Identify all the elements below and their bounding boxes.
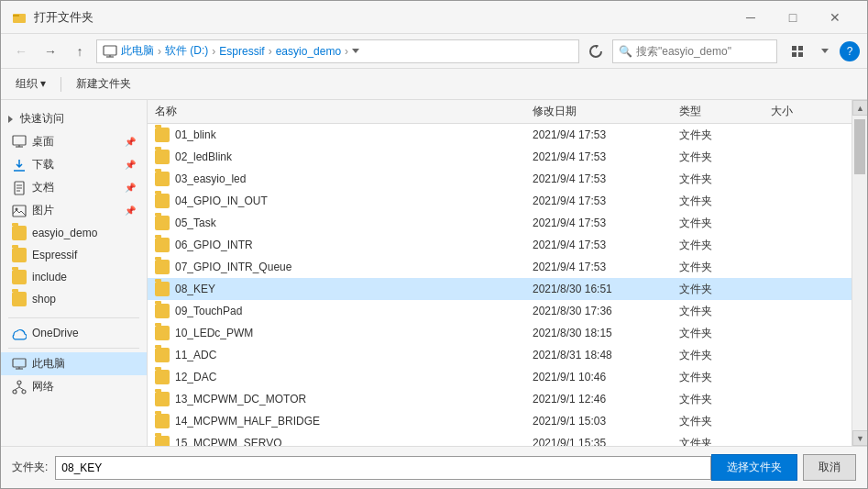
file-name-text: 04_GPIO_IN_OUT bbox=[175, 194, 268, 207]
svg-rect-17 bbox=[13, 206, 26, 217]
sidebar-item-include[interactable]: include bbox=[1, 266, 147, 288]
computer-icon bbox=[103, 44, 117, 59]
sidebar-item-onedrive[interactable]: OneDrive bbox=[1, 322, 147, 344]
file-type: 文件夹 bbox=[679, 392, 771, 407]
sidebar-item-onedrive-label: OneDrive bbox=[32, 327, 79, 339]
table-row[interactable]: 12_DAC 2021/9/1 10:46 文件夹 bbox=[148, 366, 852, 388]
table-row[interactable]: 13_MCPWM_DC_MOTOR 2021/9/1 12:46 文件夹 bbox=[148, 388, 852, 410]
view-button[interactable] bbox=[785, 39, 810, 64]
confirm-button[interactable]: 选择文件夹 bbox=[711, 454, 797, 481]
pin-icon: 📌 bbox=[125, 137, 136, 147]
header-modified[interactable]: 修改日期 bbox=[533, 104, 679, 119]
file-type: 文件夹 bbox=[679, 326, 771, 341]
table-row[interactable]: 10_LEDc_PWM 2021/8/30 18:15 文件夹 bbox=[148, 322, 852, 344]
search-input[interactable] bbox=[636, 45, 771, 58]
forward-button[interactable]: → bbox=[38, 39, 63, 64]
header-type[interactable]: 类型 bbox=[679, 104, 771, 119]
sidebar-quick-access-header[interactable]: 快速访问 bbox=[1, 107, 147, 130]
breadcrumb-part-3[interactable]: easyio_demo bbox=[276, 45, 341, 58]
file-type: 文件夹 bbox=[679, 216, 771, 231]
folder-name-input[interactable] bbox=[55, 456, 711, 480]
scrollbar-up-button[interactable]: ▲ bbox=[852, 100, 867, 116]
table-row[interactable]: 15_MCPWM_SERVO 2021/9/1 15:35 文件夹 bbox=[148, 432, 852, 446]
sidebar-item-pictures[interactable]: 图片 📌 bbox=[1, 199, 147, 222]
header-name[interactable]: 名称 bbox=[155, 104, 533, 119]
view-dropdown-button[interactable] bbox=[812, 39, 838, 64]
file-type: 文件夹 bbox=[679, 348, 771, 363]
file-name-text: 13_MCPWM_DC_MOTOR bbox=[175, 393, 306, 406]
svg-rect-19 bbox=[13, 359, 26, 367]
folder-icon-2 bbox=[12, 248, 27, 262]
refresh-button[interactable] bbox=[583, 39, 609, 64]
file-type: 文件夹 bbox=[679, 370, 771, 385]
breadcrumb-sep-2: › bbox=[269, 45, 272, 58]
new-folder-button[interactable]: 新建文件夹 bbox=[69, 73, 138, 94]
title-bar: 打开文件夹 ─ □ ✕ bbox=[1, 1, 867, 34]
pictures-icon bbox=[12, 204, 27, 218]
organize-button[interactable]: 组织 ▾ bbox=[8, 73, 53, 94]
table-row[interactable]: 04_GPIO_IN_OUT 2021/9/4 17:53 文件夹 bbox=[148, 190, 852, 212]
table-row[interactable]: 02_ledBlink 2021/9/4 17:53 文件夹 bbox=[148, 146, 852, 168]
download-icon bbox=[12, 158, 27, 172]
sidebar-item-documents[interactable]: 文档 📌 bbox=[1, 176, 147, 199]
table-row[interactable]: 03_easyio_led 2021/9/4 17:53 文件夹 bbox=[148, 168, 852, 190]
sidebar-item-desktop[interactable]: 桌面 📌 bbox=[1, 130, 147, 153]
sidebar-item-shop[interactable]: shop bbox=[1, 288, 147, 310]
file-name-text: 03_easyio_led bbox=[175, 172, 246, 185]
sidebar-item-pictures-label: 图片 bbox=[32, 203, 54, 218]
help-button[interactable]: ? bbox=[840, 41, 860, 61]
svg-point-23 bbox=[13, 390, 16, 394]
minimize-button[interactable]: ─ bbox=[730, 4, 772, 31]
table-row[interactable]: 07_GPIO_INTR_Queue 2021/9/4 17:53 文件夹 bbox=[148, 256, 852, 278]
cancel-button[interactable]: 取消 bbox=[803, 454, 856, 481]
sidebar-item-download[interactable]: 下载 📌 bbox=[1, 153, 147, 176]
table-row[interactable]: 05_Task 2021/9/4 17:53 文件夹 bbox=[148, 212, 852, 234]
back-button[interactable]: ← bbox=[8, 39, 34, 64]
breadcrumb-part-2[interactable]: Espressif bbox=[219, 45, 264, 58]
file-name-cell: 01_blink bbox=[155, 128, 533, 142]
dialog-title: 打开文件夹 bbox=[34, 9, 93, 26]
svg-line-27 bbox=[19, 387, 24, 390]
breadcrumb-part-0[interactable]: 此电脑 bbox=[121, 43, 154, 59]
table-row[interactable]: 11_ADC 2021/8/31 18:48 文件夹 bbox=[148, 344, 852, 366]
folder-icon bbox=[155, 348, 170, 362]
sidebar-item-thispc-label: 此电脑 bbox=[32, 356, 65, 372]
close-button[interactable]: ✕ bbox=[814, 4, 856, 31]
sidebar-item-network[interactable]: 网络 bbox=[1, 375, 147, 398]
sidebar-item-desktop-label: 桌面 bbox=[32, 134, 54, 150]
breadcrumb-part-1[interactable]: 软件 (D:) bbox=[165, 43, 208, 59]
table-row[interactable]: 01_blink 2021/9/4 17:53 文件夹 bbox=[148, 124, 852, 146]
up-button[interactable]: ↑ bbox=[67, 39, 93, 64]
file-name-text: 05_Task bbox=[175, 217, 216, 229]
folder-icon bbox=[155, 216, 170, 230]
search-box[interactable]: 🔍 bbox=[612, 39, 777, 63]
folder-icon bbox=[155, 282, 170, 296]
table-row[interactable]: 14_MCPWM_HALF_BRIDGE 2021/9/1 15:03 文件夹 bbox=[148, 410, 852, 432]
svg-rect-7 bbox=[792, 52, 797, 57]
file-list-area: 名称 修改日期 类型 大小 01_blink 2021/9/4 17:53 文件… bbox=[148, 100, 852, 446]
file-name-cell: 10_LEDc_PWM bbox=[155, 326, 533, 340]
table-row[interactable]: 06_GPIO_INTR 2021/9/4 17:53 文件夹 bbox=[148, 234, 852, 256]
file-modified: 2021/9/4 17:53 bbox=[533, 217, 679, 229]
scrollbar-thumb[interactable] bbox=[854, 119, 865, 174]
navigation-toolbar: ← → ↑ 此电脑 › 软件 (D:) › Espressif › easyio… bbox=[1, 34, 867, 69]
sidebar-item-thispc[interactable]: 此电脑 bbox=[1, 352, 147, 375]
file-name-cell: 04_GPIO_IN_OUT bbox=[155, 194, 533, 208]
breadcrumb-dropdown-icon bbox=[352, 49, 359, 53]
header-size[interactable]: 大小 bbox=[771, 104, 844, 119]
breadcrumb[interactable]: 此电脑 › 软件 (D:) › Espressif › easyio_demo … bbox=[96, 39, 579, 63]
sidebar-item-easyio-demo[interactable]: easyio_demo bbox=[1, 222, 147, 244]
table-row[interactable]: 08_KEY 2021/8/30 16:51 文件夹 bbox=[148, 278, 852, 300]
file-name-cell: 09_TouchPad bbox=[155, 304, 533, 318]
svg-line-26 bbox=[15, 387, 19, 390]
table-row[interactable]: 09_TouchPad 2021/8/30 17:36 文件夹 bbox=[148, 300, 852, 322]
maximize-button[interactable]: □ bbox=[772, 4, 814, 31]
scrollbar-down-button[interactable]: ▼ bbox=[852, 430, 867, 446]
file-modified: 2021/9/1 12:46 bbox=[533, 393, 679, 406]
file-modified: 2021/9/4 17:53 bbox=[533, 261, 679, 273]
file-name-text: 08_KEY bbox=[175, 283, 215, 295]
file-type: 文件夹 bbox=[679, 194, 771, 209]
file-name-cell: 14_MCPWM_HALF_BRIDGE bbox=[155, 414, 533, 428]
svg-rect-5 bbox=[792, 46, 797, 50]
sidebar-item-espressif[interactable]: Espressif bbox=[1, 244, 147, 266]
